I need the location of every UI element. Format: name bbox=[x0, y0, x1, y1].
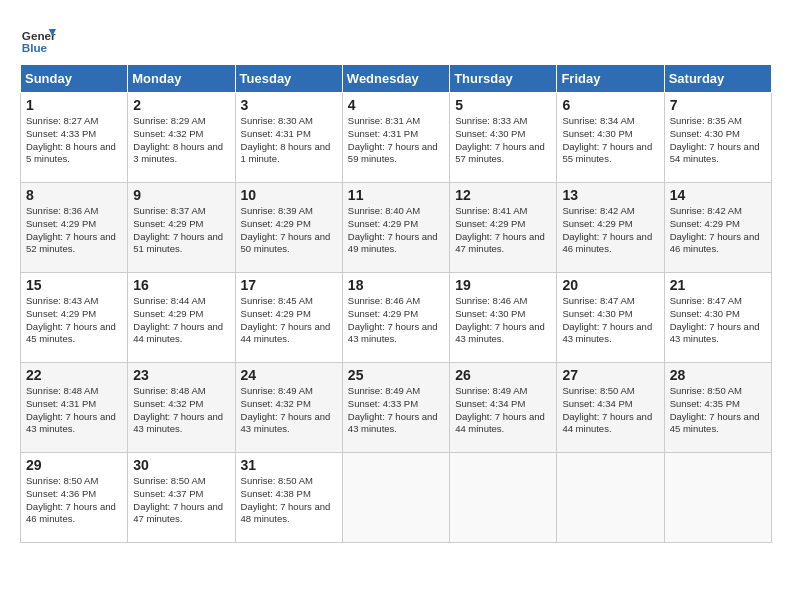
day-number: 6 bbox=[562, 97, 658, 113]
day-info: Sunrise: 8:31 AMSunset: 4:31 PMDaylight:… bbox=[348, 115, 444, 166]
day-number: 17 bbox=[241, 277, 337, 293]
day-info: Sunrise: 8:50 AMSunset: 4:34 PMDaylight:… bbox=[562, 385, 658, 436]
day-cell: 22Sunrise: 8:48 AMSunset: 4:31 PMDayligh… bbox=[21, 363, 128, 453]
day-cell: 27Sunrise: 8:50 AMSunset: 4:34 PMDayligh… bbox=[557, 363, 664, 453]
header-row: SundayMondayTuesdayWednesdayThursdayFrid… bbox=[21, 65, 772, 93]
day-cell bbox=[557, 453, 664, 543]
day-number: 19 bbox=[455, 277, 551, 293]
day-cell: 14Sunrise: 8:42 AMSunset: 4:29 PMDayligh… bbox=[664, 183, 771, 273]
day-cell: 2Sunrise: 8:29 AMSunset: 4:32 PMDaylight… bbox=[128, 93, 235, 183]
week-row-4: 22Sunrise: 8:48 AMSunset: 4:31 PMDayligh… bbox=[21, 363, 772, 453]
day-number: 20 bbox=[562, 277, 658, 293]
day-number: 28 bbox=[670, 367, 766, 383]
day-cell: 25Sunrise: 8:49 AMSunset: 4:33 PMDayligh… bbox=[342, 363, 449, 453]
day-cell: 17Sunrise: 8:45 AMSunset: 4:29 PMDayligh… bbox=[235, 273, 342, 363]
day-cell: 11Sunrise: 8:40 AMSunset: 4:29 PMDayligh… bbox=[342, 183, 449, 273]
day-cell: 5Sunrise: 8:33 AMSunset: 4:30 PMDaylight… bbox=[450, 93, 557, 183]
day-cell: 3Sunrise: 8:30 AMSunset: 4:31 PMDaylight… bbox=[235, 93, 342, 183]
day-number: 3 bbox=[241, 97, 337, 113]
day-info: Sunrise: 8:47 AMSunset: 4:30 PMDaylight:… bbox=[670, 295, 766, 346]
day-number: 15 bbox=[26, 277, 122, 293]
day-number: 8 bbox=[26, 187, 122, 203]
day-cell: 31Sunrise: 8:50 AMSunset: 4:38 PMDayligh… bbox=[235, 453, 342, 543]
day-cell: 30Sunrise: 8:50 AMSunset: 4:37 PMDayligh… bbox=[128, 453, 235, 543]
page-container: General Blue SundayMondayTuesdayWednesda… bbox=[20, 20, 772, 543]
day-info: Sunrise: 8:49 AMSunset: 4:34 PMDaylight:… bbox=[455, 385, 551, 436]
day-cell: 24Sunrise: 8:49 AMSunset: 4:32 PMDayligh… bbox=[235, 363, 342, 453]
col-header-monday: Monday bbox=[128, 65, 235, 93]
col-header-friday: Friday bbox=[557, 65, 664, 93]
day-number: 10 bbox=[241, 187, 337, 203]
day-number: 24 bbox=[241, 367, 337, 383]
day-info: Sunrise: 8:44 AMSunset: 4:29 PMDaylight:… bbox=[133, 295, 229, 346]
day-cell bbox=[450, 453, 557, 543]
day-cell: 23Sunrise: 8:48 AMSunset: 4:32 PMDayligh… bbox=[128, 363, 235, 453]
col-header-sunday: Sunday bbox=[21, 65, 128, 93]
day-info: Sunrise: 8:50 AMSunset: 4:38 PMDaylight:… bbox=[241, 475, 337, 526]
logo: General Blue bbox=[20, 20, 56, 56]
day-cell: 19Sunrise: 8:46 AMSunset: 4:30 PMDayligh… bbox=[450, 273, 557, 363]
col-header-tuesday: Tuesday bbox=[235, 65, 342, 93]
day-number: 26 bbox=[455, 367, 551, 383]
day-info: Sunrise: 8:42 AMSunset: 4:29 PMDaylight:… bbox=[562, 205, 658, 256]
day-number: 9 bbox=[133, 187, 229, 203]
day-info: Sunrise: 8:49 AMSunset: 4:33 PMDaylight:… bbox=[348, 385, 444, 436]
day-info: Sunrise: 8:48 AMSunset: 4:31 PMDaylight:… bbox=[26, 385, 122, 436]
day-cell bbox=[342, 453, 449, 543]
day-number: 30 bbox=[133, 457, 229, 473]
week-row-1: 1Sunrise: 8:27 AMSunset: 4:33 PMDaylight… bbox=[21, 93, 772, 183]
week-row-2: 8Sunrise: 8:36 AMSunset: 4:29 PMDaylight… bbox=[21, 183, 772, 273]
day-cell: 21Sunrise: 8:47 AMSunset: 4:30 PMDayligh… bbox=[664, 273, 771, 363]
day-info: Sunrise: 8:35 AMSunset: 4:30 PMDaylight:… bbox=[670, 115, 766, 166]
day-number: 23 bbox=[133, 367, 229, 383]
col-header-saturday: Saturday bbox=[664, 65, 771, 93]
col-header-thursday: Thursday bbox=[450, 65, 557, 93]
day-cell bbox=[664, 453, 771, 543]
svg-text:Blue: Blue bbox=[22, 41, 48, 54]
week-row-3: 15Sunrise: 8:43 AMSunset: 4:29 PMDayligh… bbox=[21, 273, 772, 363]
logo-icon: General Blue bbox=[20, 20, 56, 56]
day-cell: 4Sunrise: 8:31 AMSunset: 4:31 PMDaylight… bbox=[342, 93, 449, 183]
day-number: 31 bbox=[241, 457, 337, 473]
day-cell: 15Sunrise: 8:43 AMSunset: 4:29 PMDayligh… bbox=[21, 273, 128, 363]
day-number: 29 bbox=[26, 457, 122, 473]
day-cell: 8Sunrise: 8:36 AMSunset: 4:29 PMDaylight… bbox=[21, 183, 128, 273]
day-info: Sunrise: 8:27 AMSunset: 4:33 PMDaylight:… bbox=[26, 115, 122, 166]
day-info: Sunrise: 8:48 AMSunset: 4:32 PMDaylight:… bbox=[133, 385, 229, 436]
day-number: 21 bbox=[670, 277, 766, 293]
day-number: 1 bbox=[26, 97, 122, 113]
day-cell: 26Sunrise: 8:49 AMSunset: 4:34 PMDayligh… bbox=[450, 363, 557, 453]
day-cell: 16Sunrise: 8:44 AMSunset: 4:29 PMDayligh… bbox=[128, 273, 235, 363]
day-info: Sunrise: 8:49 AMSunset: 4:32 PMDaylight:… bbox=[241, 385, 337, 436]
day-info: Sunrise: 8:42 AMSunset: 4:29 PMDaylight:… bbox=[670, 205, 766, 256]
day-number: 22 bbox=[26, 367, 122, 383]
day-info: Sunrise: 8:37 AMSunset: 4:29 PMDaylight:… bbox=[133, 205, 229, 256]
day-number: 12 bbox=[455, 187, 551, 203]
day-number: 25 bbox=[348, 367, 444, 383]
calendar-table: SundayMondayTuesdayWednesdayThursdayFrid… bbox=[20, 64, 772, 543]
col-header-wednesday: Wednesday bbox=[342, 65, 449, 93]
day-cell: 20Sunrise: 8:47 AMSunset: 4:30 PMDayligh… bbox=[557, 273, 664, 363]
day-info: Sunrise: 8:46 AMSunset: 4:29 PMDaylight:… bbox=[348, 295, 444, 346]
day-cell: 12Sunrise: 8:41 AMSunset: 4:29 PMDayligh… bbox=[450, 183, 557, 273]
header: General Blue bbox=[20, 20, 772, 56]
day-number: 13 bbox=[562, 187, 658, 203]
day-info: Sunrise: 8:43 AMSunset: 4:29 PMDaylight:… bbox=[26, 295, 122, 346]
day-info: Sunrise: 8:33 AMSunset: 4:30 PMDaylight:… bbox=[455, 115, 551, 166]
day-info: Sunrise: 8:29 AMSunset: 4:32 PMDaylight:… bbox=[133, 115, 229, 166]
day-number: 2 bbox=[133, 97, 229, 113]
day-info: Sunrise: 8:46 AMSunset: 4:30 PMDaylight:… bbox=[455, 295, 551, 346]
day-info: Sunrise: 8:30 AMSunset: 4:31 PMDaylight:… bbox=[241, 115, 337, 166]
day-number: 14 bbox=[670, 187, 766, 203]
day-cell: 1Sunrise: 8:27 AMSunset: 4:33 PMDaylight… bbox=[21, 93, 128, 183]
day-cell: 13Sunrise: 8:42 AMSunset: 4:29 PMDayligh… bbox=[557, 183, 664, 273]
day-number: 7 bbox=[670, 97, 766, 113]
day-number: 27 bbox=[562, 367, 658, 383]
day-cell: 9Sunrise: 8:37 AMSunset: 4:29 PMDaylight… bbox=[128, 183, 235, 273]
day-number: 4 bbox=[348, 97, 444, 113]
day-info: Sunrise: 8:50 AMSunset: 4:35 PMDaylight:… bbox=[670, 385, 766, 436]
day-info: Sunrise: 8:50 AMSunset: 4:37 PMDaylight:… bbox=[133, 475, 229, 526]
day-cell: 29Sunrise: 8:50 AMSunset: 4:36 PMDayligh… bbox=[21, 453, 128, 543]
day-cell: 6Sunrise: 8:34 AMSunset: 4:30 PMDaylight… bbox=[557, 93, 664, 183]
day-info: Sunrise: 8:36 AMSunset: 4:29 PMDaylight:… bbox=[26, 205, 122, 256]
